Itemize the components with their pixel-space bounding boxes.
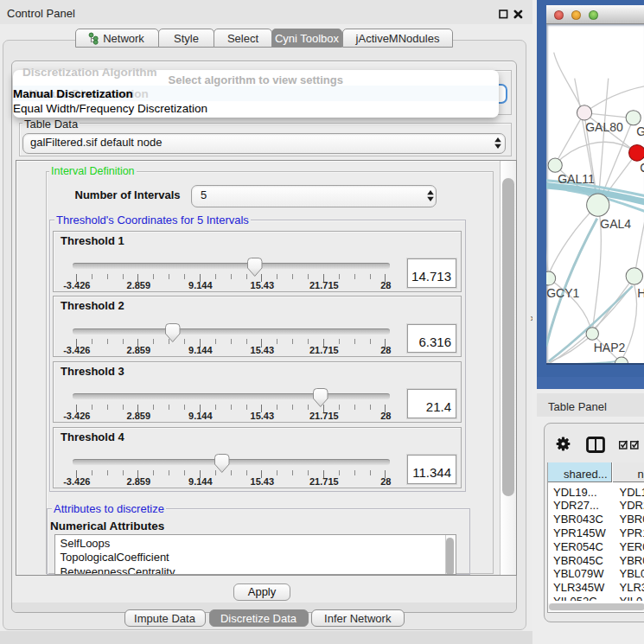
svg-text:GAL4: GAL4 (600, 217, 631, 231)
svg-text:GAL80: GAL80 (585, 120, 623, 134)
svg-text:GCY1: GCY1 (546, 286, 579, 300)
svg-text:GAL11: GAL11 (558, 172, 595, 186)
svg-text:HAP2: HAP2 (593, 341, 625, 354)
svg-text:GA: GA (636, 124, 644, 138)
svg-text:H: H (637, 286, 644, 300)
svg-text:C: C (640, 161, 644, 175)
